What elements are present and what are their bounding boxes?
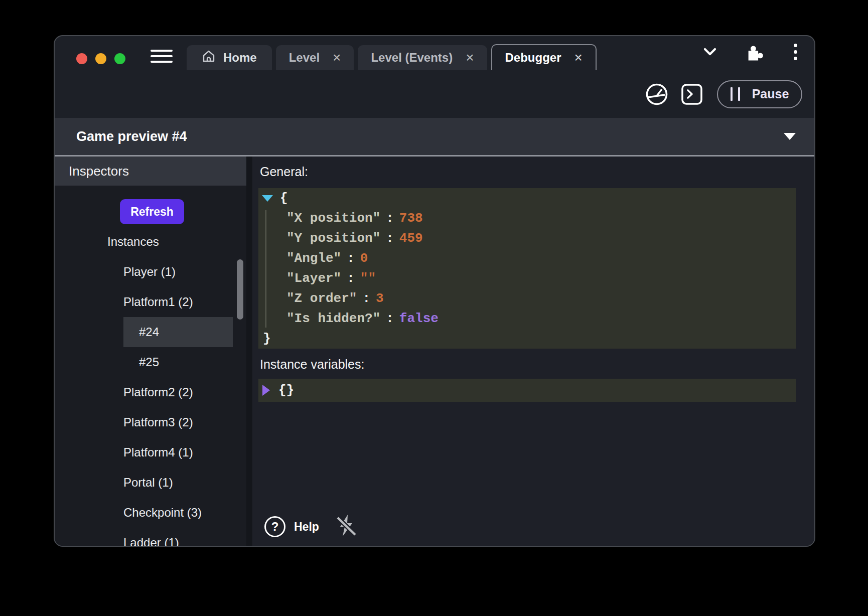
game-preview-title: Game preview #4 <box>76 129 187 144</box>
sidebar-divider <box>246 157 252 546</box>
tab-label: Level (Events) <box>371 51 453 65</box>
open-brace: { <box>280 191 288 206</box>
game-preview-selector[interactable]: Game preview #4 <box>55 118 814 157</box>
debugger-content: Inspectors Refresh Instances Player (1) … <box>55 157 814 546</box>
tab-home[interactable]: Home <box>187 45 272 70</box>
inspectors-header: Inspectors <box>55 157 246 186</box>
close-icon[interactable]: × <box>333 51 341 65</box>
sidebar-item-checkpoint[interactable]: Checkpoint (3) <box>55 498 246 528</box>
sidebar-item-player[interactable]: Player (1) <box>55 257 246 287</box>
help-area: ? Help <box>264 514 358 540</box>
sidebar-item-platform2[interactable]: Platform2 (2) <box>55 377 246 407</box>
sidebar-item-instance-25[interactable]: #25 <box>123 347 233 377</box>
close-window-button[interactable] <box>76 53 87 64</box>
traffic-lights <box>76 53 125 64</box>
inspectors-sidebar: Inspectors Refresh Instances Player (1) … <box>55 157 246 546</box>
tab-level[interactable]: Level × <box>276 45 354 70</box>
general-properties-tree: { "X position":738 "Y position":459 "Ang… <box>258 188 796 349</box>
property-angle: "Angle":0 <box>258 248 796 268</box>
close-brace: } <box>263 331 271 346</box>
sidebar-item-portal[interactable]: Portal (1) <box>55 468 246 498</box>
pause-button-label: Pause <box>752 87 789 101</box>
sidebar-item-platform4[interactable]: Platform4 (1) <box>55 437 246 468</box>
profiler-gauge-icon[interactable] <box>645 82 669 106</box>
instances-tree: Instances Player (1) Platform1 (2) #24 #… <box>55 227 246 546</box>
tab-level-events[interactable]: Level (Events) × <box>358 45 487 70</box>
help-label[interactable]: Help <box>294 520 319 534</box>
tree-root-row: { <box>258 188 796 208</box>
sidebar-item-instance-24[interactable]: #24 <box>123 317 233 347</box>
desktop-background: Home Level × Level (Events) × Debugger × <box>0 0 868 616</box>
debugger-toolbar: Pause <box>55 70 814 118</box>
flash-off-icon[interactable] <box>335 514 358 540</box>
pause-icon <box>731 87 740 101</box>
tab-label: Debugger <box>505 51 561 65</box>
property-layer: "Layer":"" <box>258 268 796 288</box>
sidebar-item-platform1[interactable]: Platform1 (2) <box>55 287 246 317</box>
collapse-arrow-icon[interactable] <box>262 195 273 202</box>
kebab-menu-icon[interactable] <box>791 43 800 61</box>
menu-icon[interactable] <box>151 50 173 63</box>
minimize-window-button[interactable] <box>95 53 106 64</box>
chevron-down-icon[interactable] <box>700 42 719 61</box>
sidebar-item-instances[interactable]: Instances <box>55 227 246 257</box>
expand-arrow-icon[interactable] <box>262 385 270 396</box>
tree-indent-guide <box>265 210 266 328</box>
tree-close-row: } <box>258 329 796 349</box>
zoom-window-button[interactable] <box>114 53 125 64</box>
property-is-hidden: "Is hidden?":false <box>258 309 796 329</box>
pause-button[interactable]: Pause <box>717 80 802 108</box>
general-section-label: General: <box>260 165 814 180</box>
dropdown-arrow-icon <box>784 133 796 140</box>
variables-empty-object: {} <box>278 383 294 398</box>
titlebar: Home Level × Level (Events) × Debugger × <box>55 36 814 70</box>
tab-bar: Home Level × Level (Events) × Debugger × <box>187 44 601 70</box>
property-z-order: "Z order":3 <box>258 288 796 309</box>
home-icon <box>202 49 216 66</box>
tab-debugger[interactable]: Debugger × <box>491 44 597 70</box>
sidebar-item-ladder[interactable]: Ladder (1) <box>55 528 246 546</box>
instance-variables-tree: {} <box>258 379 796 402</box>
close-icon[interactable]: × <box>574 51 583 65</box>
console-icon[interactable] <box>681 83 703 105</box>
sidebar-scrollbar-thumb[interactable] <box>237 259 243 320</box>
property-y-position: "Y position":459 <box>258 228 796 248</box>
titlebar-actions <box>700 41 800 62</box>
instance-variables-label: Instance variables: <box>260 357 814 372</box>
help-icon[interactable]: ? <box>264 516 285 537</box>
property-x-position: "X position":738 <box>258 208 796 228</box>
tab-label: Level <box>289 51 320 65</box>
extensions-puzzle-icon[interactable] <box>745 41 766 62</box>
sidebar-item-platform3[interactable]: Platform3 (2) <box>55 407 246 437</box>
tab-label: Home <box>223 51 257 65</box>
refresh-button[interactable]: Refresh <box>120 199 184 224</box>
inspectors-title: Inspectors <box>69 164 129 179</box>
app-window: Home Level × Level (Events) × Debugger × <box>54 35 815 547</box>
inspector-panel: General: { "X position":738 "Y position"… <box>252 157 814 546</box>
close-icon[interactable]: × <box>466 51 474 65</box>
